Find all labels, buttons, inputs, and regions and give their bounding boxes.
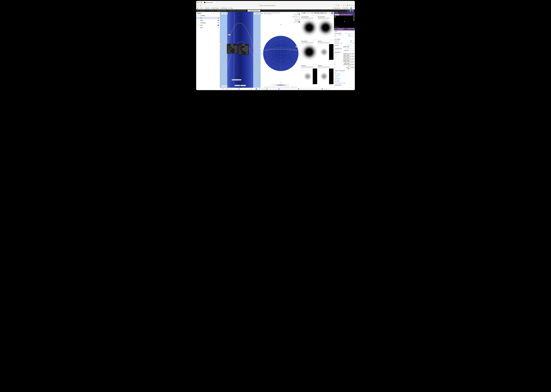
toolbar-button-1[interactable]: ☾ [347,10,349,12]
image-card[interactable]: ☆ ⤓ jpg ⤓ fits DSS DSS2 Red 5x5 arcminut… [318,15,334,38]
minimize-window-icon[interactable] [199,2,200,3]
grid-icon[interactable]: ⊞ [302,13,303,14]
nav-cloud-portals[interactable]: ☁Cloud Portals [211,7,219,9]
survey-thumbnail[interactable] [318,44,334,60]
forward-button[interactable]: › [198,5,199,6]
sidebar-item-m81[interactable]: ★M81 [196,27,220,29]
layers-icon[interactable]: ≡ [334,16,336,18]
plus-icon[interactable]: + [254,89,255,90]
extension-icon[interactable]: ◆ [338,5,339,6]
duration-select[interactable] [263,88,268,90]
info-icon[interactable]: ⓘ [327,12,328,14]
grid-icon[interactable]: ▦ [349,5,350,6]
alias-link[interactable]: C 2130-010 [335,75,354,76]
theme-toggle-icon[interactable]: ☾ [331,7,332,9]
nav-pricing[interactable]: $Pricing [228,7,233,9]
next-icon[interactable]: ▶ [251,89,252,90]
download-icon[interactable]: ⤓ [329,39,329,41]
list-view-button[interactable]: ☰ [329,12,331,14]
new-tab-button[interactable]: + [216,2,219,3]
scrubber-track[interactable] [270,85,292,85]
expand-icon[interactable]: ⛶ [329,89,330,90]
top-time-axis-select[interactable]: LMST [222,13,228,14]
alias-link[interactable]: M 2 [335,71,354,73]
survey-thumbnail[interactable] [301,69,317,84]
zoom-in-button[interactable]: + [353,16,355,17]
fullscreen-button[interactable]: ⛶ [353,19,355,21]
alias-link[interactable]: GCl 121 [335,76,354,78]
sidebar-item-m57[interactable]: ★M57 [196,24,220,27]
image-card[interactable]: ☆ ⤓ jpg ⤓ fits 2MASS K 5x5 arcminutes, N… [318,63,334,87]
sky-preview[interactable]: ≡ + + − ⛶ FoV: 13.71″ [334,16,355,28]
alias-link[interactable]: BD-01 4175 [335,73,354,75]
date-display[interactable]: 12/01/2022 [225,89,230,90]
image-card[interactable]: ☆ ⤓ jpg ⤓ fits DSS DSS2 IR 5x5 arcminute… [301,39,317,63]
target-select[interactable]: M2 [303,12,313,14]
toggle-1[interactable] [255,88,258,90]
prev-icon[interactable]: ◀ [230,89,231,90]
toolbar-button-3[interactable]: ⟳ [352,10,354,12]
image-card[interactable]: ☆ ⤓ jpg ⤓ fits 2MASS J 5x5 arcminutes, N… [318,39,334,63]
survey-select[interactable]: DSS2 Blue, DSS2 R... [313,12,327,14]
star-icon[interactable]: ☆ [301,64,302,65]
nav-resources[interactable]: ⚙Resources▾ [334,7,341,9]
download-icon[interactable]: ⤓ [312,39,313,41]
year-slider[interactable] [234,89,248,89]
survey-thumbnail[interactable] [318,20,334,35]
alias-link[interactable]: [KPS2012] MWSC 3526 [335,82,354,84]
download-icon[interactable]: ⤓ [329,64,329,65]
skip-fwd-icon[interactable]: ⏭ [286,89,287,90]
refresh-icon[interactable]: ⟳ [213,13,214,14]
folder-untitled[interactable]: ▾ ▢ (untitled) [196,14,220,17]
chevron-down-icon[interactable]: ▾ [197,15,198,16]
alias-link[interactable]: NGC 7089 [335,81,354,82]
url-field[interactable]: ▤ 🔒 arcsecond.io/iobserve [202,5,333,6]
folder-icon[interactable]: 📁 [216,13,217,14]
settings-icon[interactable]: ⚙ [221,89,222,90]
sidebar-item-1phalley[interactable]: ◑1P/Halley [196,21,220,24]
copy-icon[interactable]: ⧉ [351,5,352,6]
alias-link[interactable]: GCRV 13546 [335,78,354,79]
nav-pro-tools[interactable]: ★Pro Tools▾ [342,7,349,9]
grid-view-button[interactable]: ▦ [331,12,333,14]
sidebar-item-m2[interactable]: ★M2 [196,17,220,19]
star-icon[interactable]: ☆ [301,39,302,41]
survey-thumbnail[interactable] [318,69,334,84]
slider-4[interactable] [310,89,323,89]
toolbar-button-2[interactable]: ▦ [349,10,351,12]
slider-2[interactable] [272,89,285,89]
slider-3[interactable] [291,89,304,89]
maximize-window-icon[interactable] [201,2,202,3]
download-icon[interactable]: ⤓ [329,15,329,16]
scrubber-handle[interactable] [278,84,279,86]
survey-thumbnail[interactable] [301,44,317,60]
star-icon[interactable]: ☆ [318,15,318,16]
reader-icon[interactable]: ▤ [260,5,261,6]
zoom-out-button[interactable]: − [353,18,355,19]
zenithal-checkbox[interactable] [298,20,300,21]
shield-icon[interactable]: ⛨ [336,5,337,6]
menu-icon[interactable]: ≡ [353,5,354,6]
download-icon[interactable]: ⤓ [312,15,313,16]
altitude-chart[interactable]: LMST Local Airmass Altitude M2 PA: 119.7… [220,12,261,88]
share-icon[interactable]: ⇪ [334,5,335,6]
coord-system-select[interactable]: J2000 [335,14,339,15]
nav-self-hosting[interactable]: ⌂Self-Hosting [220,7,227,9]
close-window-icon[interactable] [197,2,198,3]
looking-down-radio[interactable] [298,16,300,17]
back-button[interactable]: ‹ [197,5,198,6]
survey-thumbnail[interactable] [301,20,317,35]
image-card[interactable]: ☆ ⤓ jpg ⤓ fits DSS DSS2 Blue 5x5 arcminu… [301,15,317,38]
download-icon[interactable]: ⬇ [345,5,346,6]
close-tab-icon[interactable]: × [214,2,214,3]
observatory-name[interactable]: La Silla Observatory [248,10,260,12]
star-icon[interactable]: ☆ [318,64,318,65]
calendar-icon[interactable]: 📅 [222,89,224,90]
sky-hemisphere[interactable]: North 180 East West M2 [261,23,301,84]
image-card[interactable]: ☆ ⤓ jpg ⤓ fits 2MASS H 5x5 arcminutes, N… [301,63,317,87]
download-icon[interactable]: ⤓ [312,64,313,65]
star-icon[interactable]: ☆ [301,15,302,16]
info-icon[interactable]: ⓘ [343,5,344,6]
nav-features[interactable]: ☆Features [204,7,209,9]
alias-link[interactable]: HD 205146 [335,79,354,81]
